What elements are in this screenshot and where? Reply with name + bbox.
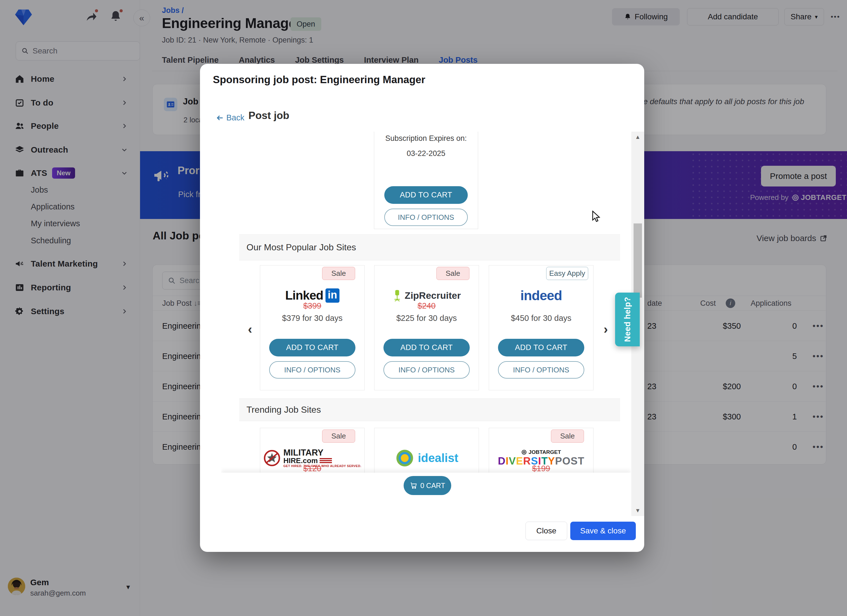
save-and-close-button[interactable]: Save & close: [570, 522, 636, 540]
scroll-down-arrow[interactable]: ▼: [631, 507, 644, 514]
job-site-card-linkedin: Sale Linked in $399 $379 for 30 days ADD…: [260, 265, 364, 391]
close-button[interactable]: Close: [525, 522, 567, 540]
trending-sites-title: Trending Job Sites: [246, 405, 321, 415]
subscription-card: Subscription Expires on: 03-22-2025 ADD …: [374, 131, 478, 229]
modal-title: Sponsoring job post: Engineering Manager: [213, 74, 425, 86]
info-options-button[interactable]: INFO / OPTIONS: [269, 361, 356, 379]
back-label: Back: [226, 113, 244, 122]
trending-sites-section-header: Trending Job Sites: [239, 398, 620, 421]
idealist-logo: idealist: [375, 444, 479, 473]
job-site-card-ziprecruiter: Sale ZipRecruiter $240 $225 for 30 days …: [374, 265, 479, 391]
back-button[interactable]: Back: [216, 113, 244, 122]
militaryhire-wordmark-line2: HIRE.com: [283, 457, 318, 464]
indeed-wordmark: indeed: [521, 288, 562, 303]
idealist-wordmark: idealist: [418, 451, 459, 465]
sale-badge: Sale: [551, 429, 584, 443]
old-price: $399: [260, 301, 364, 311]
chair-icon: [393, 289, 402, 302]
flag-stripes: [320, 458, 332, 463]
job-sites-scroll-area[interactable]: Subscription Expires on: 03-22-2025 ADD …: [221, 131, 631, 498]
old-price: $240: [375, 301, 479, 311]
scrollbar-thumb[interactable]: [633, 223, 642, 298]
cart-bar: 0 CART: [221, 473, 631, 498]
add-to-cart-button[interactable]: ADD TO CART: [269, 339, 356, 357]
popular-sites-section-header: Our Most Popular Job Sites: [239, 234, 620, 261]
scroll-up-arrow[interactable]: ▲: [631, 134, 644, 140]
jobtarget-label: JOBTARGET: [528, 449, 561, 455]
info-options-button[interactable]: INFO / OPTIONS: [498, 361, 584, 379]
jobtarget-logo-icon: [521, 449, 527, 455]
easy-apply-badge: Easy Apply: [546, 267, 588, 280]
idealist-bullseye-icon: [395, 448, 415, 468]
price: $450 for 30 days: [489, 314, 593, 323]
sponsor-job-post-modal: Sponsoring job post: Engineering Manager…: [200, 64, 644, 552]
cart-button[interactable]: 0 CART: [404, 476, 451, 495]
popular-sites-title: Our Most Popular Job Sites: [246, 242, 356, 252]
cart-count-label: 0 CART: [421, 482, 445, 490]
sale-badge: Sale: [436, 267, 469, 280]
mouse-cursor: [592, 211, 603, 223]
post-job-heading: Post job: [248, 110, 289, 122]
need-help-tab[interactable]: Need help?: [615, 293, 640, 346]
linkedin-wordmark-text: Linked: [285, 288, 323, 302]
price: $225 for 30 days: [375, 314, 479, 323]
add-to-cart-button[interactable]: ADD TO CART: [384, 186, 468, 204]
militaryhire-wordmark-line1: MILITARY: [283, 449, 362, 457]
old-price: $199: [489, 464, 593, 473]
add-to-cart-button[interactable]: ADD TO CART: [498, 339, 584, 357]
price: $379 for 30 days: [260, 314, 364, 323]
info-options-button[interactable]: INFO / OPTIONS: [384, 361, 470, 379]
subscription-expires-date: 03-22-2025: [374, 149, 478, 158]
sale-badge: Sale: [322, 429, 355, 443]
linkedin-wordmark-in: in: [326, 288, 339, 303]
carousel-next-button[interactable]: ›: [604, 321, 608, 337]
old-price: $120: [260, 464, 364, 473]
indeed-logo: indeed: [489, 281, 593, 310]
cart-icon: [410, 482, 418, 489]
sale-badge: Sale: [322, 267, 355, 280]
subscription-expires-label: Subscription Expires on:: [374, 134, 478, 143]
ziprecruiter-wordmark: ZipRecruiter: [405, 290, 461, 301]
job-site-card-indeed: Easy Apply indeed $450 for 30 days ADD T…: [489, 265, 593, 391]
arrow-left-icon: [216, 113, 224, 122]
need-help-label: Need help?: [623, 297, 632, 342]
info-options-button[interactable]: INFO / OPTIONS: [384, 209, 468, 226]
app-window: « Home To do People Outreach AT: [0, 0, 847, 616]
carousel-prev-button[interactable]: ‹: [248, 321, 252, 337]
add-to-cart-button[interactable]: ADD TO CART: [384, 339, 470, 357]
